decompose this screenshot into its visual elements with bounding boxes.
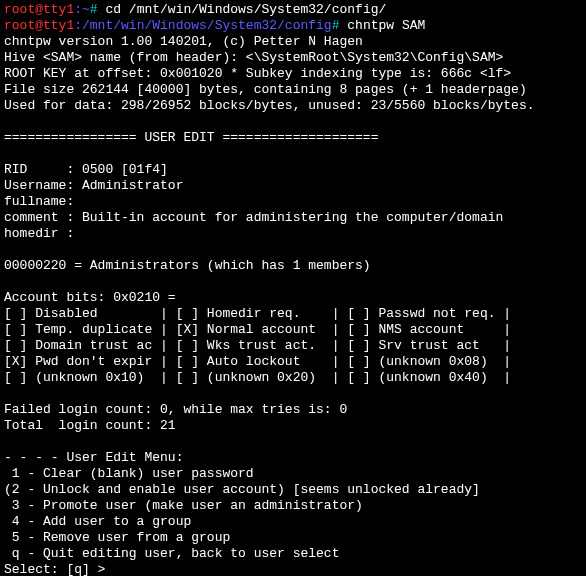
- output-used: Used for data: 298/26952 blocks/bytes, u…: [4, 98, 535, 113]
- output-flags-row: [ ] Temp. duplicate | [X] Normal account…: [4, 322, 511, 337]
- output-flags-row: [ ] (unknown 0x10) | [ ] (unknown 0x20) …: [4, 370, 511, 385]
- output-rid: RID : 0500 [01f4]: [4, 162, 168, 177]
- menu-item-q: q - Quit editing user, back to user sele…: [4, 546, 339, 561]
- menu-item-1: 1 - Clear (blank) user password: [4, 466, 254, 481]
- prompt-hash: #: [332, 18, 348, 33]
- prompt-line-2: root@tty1:/mnt/win/Windows/System32/conf…: [4, 18, 425, 33]
- output-group: 00000220 = Administrators (which has 1 m…: [4, 258, 371, 273]
- prompt-user: root@tty1: [4, 2, 74, 17]
- menu-item-2: (2 - Unlock and enable user account) [se…: [4, 482, 480, 497]
- output-version: chntpw version 1.00 140201, (c) Petter N…: [4, 34, 363, 49]
- output-filesize: File size 262144 [40000] bytes, containi…: [4, 82, 527, 97]
- output-hive: Hive <SAM> name (from header): <\SystemR…: [4, 50, 503, 65]
- output-rootkey: ROOT KEY at offset: 0x001020 * Subkey in…: [4, 66, 511, 81]
- terminal-window: root@tty1:~# cd /mnt/win/Windows/System3…: [0, 0, 586, 576]
- menu-header: - - - - User Edit Menu:: [4, 450, 183, 465]
- prompt-path: :/mnt/win/Windows/System32/config: [74, 18, 331, 33]
- output-fullname: fullname:: [4, 194, 74, 209]
- output-flags-row: [ ] Disabled | [ ] Homedir req. | [ ] Pa…: [4, 306, 511, 321]
- menu-item-3: 3 - Promote user (make user an administr…: [4, 498, 363, 513]
- output-account-bits: Account bits: 0x0210 =: [4, 290, 176, 305]
- select-prompt[interactable]: Select: [q] >: [4, 562, 113, 576]
- output-failed-login: Failed login count: 0, while max tries i…: [4, 402, 347, 417]
- prompt-line-1: root@tty1:~# cd /mnt/win/Windows/System3…: [4, 2, 386, 17]
- output-username: Username: Administrator: [4, 178, 183, 193]
- prompt-user: root@tty1: [4, 18, 74, 33]
- output-flags-row: [ ] Domain trust ac | [ ] Wks trust act.…: [4, 338, 511, 353]
- prompt-hash: #: [90, 2, 106, 17]
- output-total-login: Total login count: 21: [4, 418, 176, 433]
- command-chntpw: chntpw SAM: [347, 18, 425, 33]
- output-user-edit-header: ================= USER EDIT ============…: [4, 130, 378, 145]
- output-comment: comment : Built-in account for administe…: [4, 210, 503, 225]
- prompt-path: :~: [74, 2, 90, 17]
- command-cd: cd /mnt/win/Windows/System32/config/: [105, 2, 386, 17]
- menu-item-5: 5 - Remove user from a group: [4, 530, 230, 545]
- output-homedir: homedir :: [4, 226, 74, 241]
- menu-item-4: 4 - Add user to a group: [4, 514, 191, 529]
- output-flags-row: [X] Pwd don't expir | [ ] Auto lockout |…: [4, 354, 511, 369]
